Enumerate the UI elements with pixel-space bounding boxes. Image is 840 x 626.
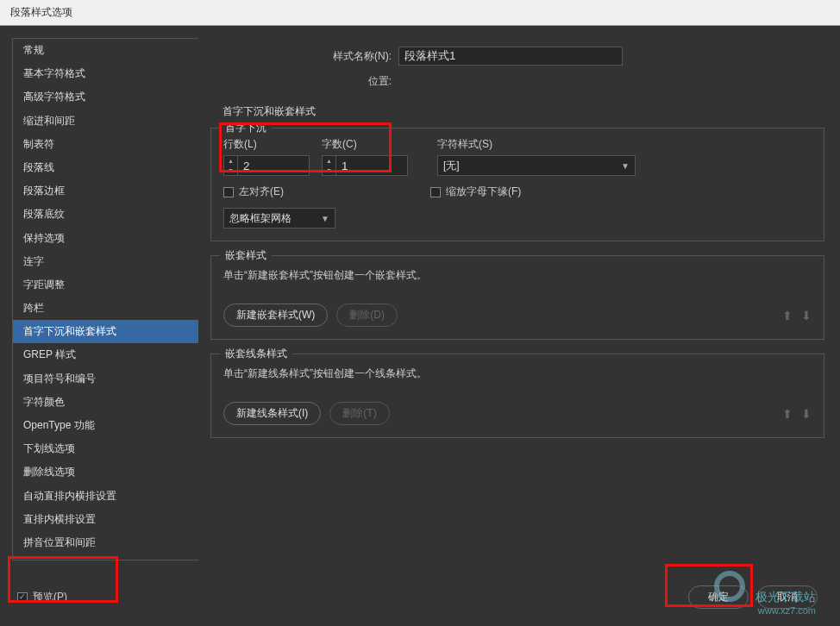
sidebar-item[interactable]: GREP 样式 [13,343,198,366]
lines-stepper[interactable]: ▲▼ [223,155,310,176]
section-title: 首字下沉和嵌套样式 [223,104,826,119]
preview-checkbox[interactable] [17,592,28,603]
ignore-grid-value: 忽略框架网格 [229,211,291,226]
sidebar-item[interactable]: 常规 [13,39,198,62]
scale-descender-checkbox[interactable] [430,187,441,197]
align-left-checkbox[interactable] [223,187,234,197]
charstyle-select[interactable]: [无] ▼ [437,155,636,176]
dialog-titlebar: 段落样式选项 [0,0,840,26]
lines-label: 行数(L) [223,137,310,152]
dialog-title: 段落样式选项 [10,6,72,18]
new-line-style-button[interactable]: 新建线条样式(I) [223,402,321,425]
position-label: 位置: [210,74,398,89]
sidebar-item[interactable]: 自动直排内横排设置 [13,485,198,508]
sidebar-item[interactable]: 下划线选项 [13,437,198,460]
nested-description: 单击“新建嵌套样式”按钮创建一个嵌套样式。 [223,265,812,304]
sidebar-item[interactable]: 制表符 [13,133,198,156]
sidebar-item[interactable]: 基本字符格式 [13,62,198,85]
category-sidebar: 常规基本字符格式高级字符格式缩进和间距制表符段落线段落边框段落底纹保持选项连字字… [12,38,198,560]
lines-up-icon[interactable]: ▲ [224,156,237,166]
sidebar-item[interactable]: 缩进和间距 [13,110,198,133]
sidebar-item[interactable]: 首字下沉和嵌套样式 [13,320,198,343]
sidebar-item[interactable]: 连字 [13,250,198,273]
style-name-label: 样式名称(N): [210,49,398,64]
sidebar-item[interactable]: 拼音位置和间距 [13,531,198,554]
dropcap-legend: 首字下沉 [220,121,272,135]
chevron-down-icon: ▼ [321,214,329,223]
move-up-icon: ⬆ [782,407,793,421]
sidebar-item[interactable]: 跨栏 [13,297,198,320]
chars-input[interactable] [336,156,398,175]
lines-input[interactable] [238,156,300,175]
sidebar-item[interactable]: 字符颜色 [13,391,198,414]
sidebar-item[interactable]: 保持选项 [13,227,198,250]
sidebar-item[interactable]: 删除线选项 [13,460,198,484]
cancel-button[interactable]: 取消 [757,585,818,609]
lines-down-icon[interactable]: ▼ [224,166,237,175]
main-panel: 样式名称(N): 位置: 首字下沉和嵌套样式 首字下沉 行数(L) ▲▼ 字数(… [198,38,831,560]
sidebar-item[interactable]: 项目符号和编号 [13,367,198,391]
sidebar-item[interactable]: OpenType 功能 [13,414,198,437]
chars-label: 字数(C) [322,137,408,152]
sidebar-item[interactable]: 高级字符格式 [13,85,198,109]
delete-line-style-button: 删除(T) [329,402,389,425]
scale-descender-label: 缩放字母下缘(F) [446,185,521,199]
charstyle-label: 字符样式(S) [437,137,812,152]
move-down-icon: ⬇ [801,309,812,322]
chevron-down-icon: ▼ [621,161,630,171]
delete-nested-style-button: 删除(D) [336,304,398,327]
nested-legend: 嵌套样式 [220,248,272,263]
move-down-icon: ⬇ [801,407,812,421]
nested-line-description: 单击“新建线条样式”按钮创建一个线条样式。 [223,363,812,402]
charstyle-value: [无] [443,159,460,173]
sidebar-item[interactable]: 段落底纹 [13,203,198,226]
ignore-grid-select[interactable]: 忽略框架网格 ▼ [223,208,335,228]
dropcap-fieldset: 首字下沉 行数(L) ▲▼ 字数(C) ▲▼ 字 [210,128,824,241]
nested-line-legend: 嵌套线条样式 [220,347,292,361]
nested-line-fieldset: 嵌套线条样式 单击“新建线条样式”按钮创建一个线条样式。 新建线条样式(I) 删… [210,354,824,438]
chars-stepper[interactable]: ▲▼ [322,155,408,176]
chars-up-icon[interactable]: ▲ [323,156,335,166]
sidebar-item[interactable]: 直排内横排设置 [13,508,198,531]
watermark-icon [714,571,745,602]
sidebar-item[interactable]: 字距调整 [13,273,198,297]
sidebar-item[interactable]: 段落边框 [13,179,198,203]
sidebar-item[interactable]: 段落线 [13,156,198,179]
move-up-icon: ⬆ [782,309,793,322]
align-left-label: 左对齐(E) [239,185,284,199]
chars-down-icon[interactable]: ▼ [323,166,335,175]
style-name-input[interactable] [398,47,623,66]
preview-label: 预览(P) [33,590,67,604]
new-nested-style-button[interactable]: 新建嵌套样式(W) [223,304,328,327]
nested-fieldset: 嵌套样式 单击“新建嵌套样式”按钮创建一个嵌套样式。 新建嵌套样式(W) 删除(… [210,255,824,340]
